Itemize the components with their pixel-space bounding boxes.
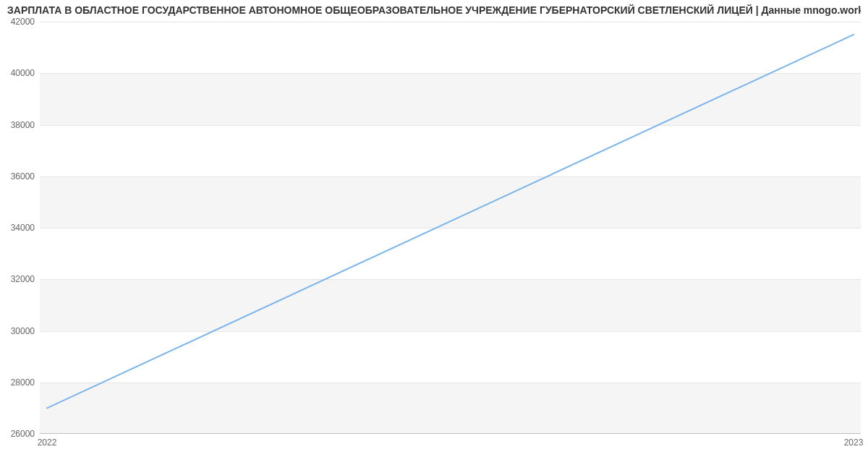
line-series bbox=[40, 22, 861, 434]
y-tick-label: 32000 bbox=[0, 274, 35, 284]
x-tick-label: 2023 bbox=[844, 437, 864, 448]
chart-container: ЗАРПЛАТА В ОБЛАСТНОЕ ГОСУДАРСТВЕННОЕ АВТ… bbox=[0, 0, 868, 470]
y-tick-label: 30000 bbox=[0, 326, 35, 336]
plot-area bbox=[40, 22, 861, 434]
y-tick-label: 28000 bbox=[0, 377, 35, 388]
y-tick-label: 26000 bbox=[0, 429, 35, 439]
y-tick-label: 42000 bbox=[0, 17, 35, 27]
chart-title: ЗАРПЛАТА В ОБЛАСТНОЕ ГОСУДАРСТВЕННОЕ АВТ… bbox=[7, 4, 861, 16]
x-tick-label: 2022 bbox=[38, 437, 57, 448]
y-tick-label: 36000 bbox=[0, 171, 35, 181]
y-tick-label: 38000 bbox=[0, 120, 35, 130]
y-tick-label: 40000 bbox=[0, 68, 35, 78]
y-tick-label: 34000 bbox=[0, 223, 35, 233]
series-path bbox=[47, 35, 854, 409]
